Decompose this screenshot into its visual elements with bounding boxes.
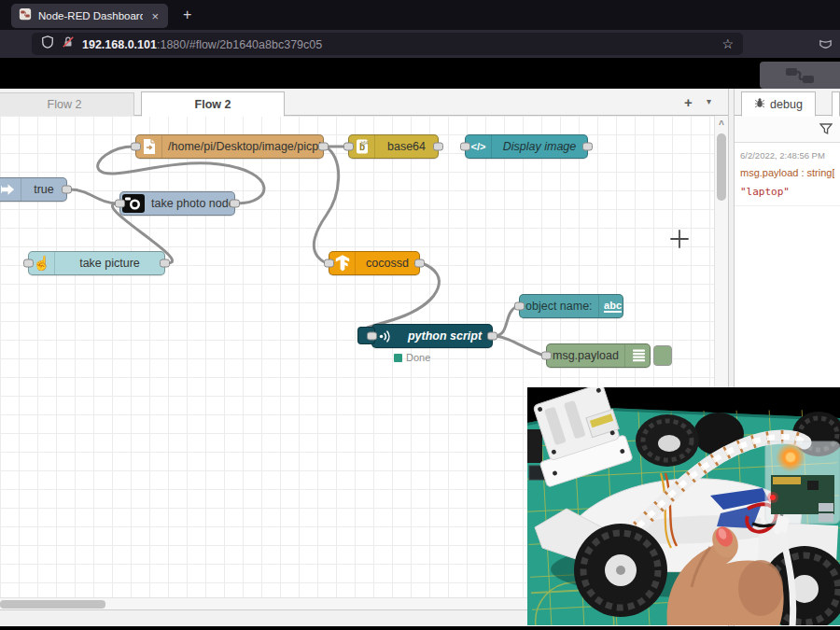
tab-debug[interactable]: debug [741, 91, 816, 117]
node-object-name[interactable]: object name: abc [519, 294, 623, 318]
vertical-scroll-thumb[interactable] [717, 133, 726, 201]
browser-tab-title: Node-RED Dashboard [38, 10, 143, 21]
flow-list-dropdown-icon[interactable]: ▾ [707, 96, 711, 106]
wire[interactable] [495, 336, 544, 356]
sidebar-tab-bar: debug [735, 89, 840, 116]
browser-toolbar: 192.168.0.101:1880/#flow/2b1640a8bc379c0… [0, 30, 840, 58]
input-port[interactable] [131, 143, 141, 151]
flow-tab-inactive[interactable]: Flow 2 [0, 92, 134, 116]
debug-filter-bar [735, 116, 840, 143]
input-port[interactable] [324, 259, 334, 268]
horizontal-scroll-thumb[interactable] [0, 600, 105, 609]
extension-icon[interactable] [819, 37, 833, 55]
output-port[interactable] [433, 143, 443, 151]
debug-timestamp: 6/2/2022, 2:48:56 PM [740, 150, 825, 161]
svg-text:b64: b64 [360, 141, 368, 146]
debug-value[interactable]: "laptop" [740, 186, 834, 198]
wire[interactable] [70, 189, 118, 203]
tab-close-icon[interactable]: × [149, 9, 161, 23]
filter-icon[interactable] [819, 122, 833, 139]
video-overlay [527, 387, 840, 625]
node-file-in[interactable]: /home/pi/Desktop/image/picpic [135, 134, 324, 159]
node-label: python script [398, 329, 492, 343]
insecure-lock-icon[interactable] [62, 35, 75, 52]
debug-toggle-button[interactable] [653, 345, 672, 366]
url-bar[interactable]: 192.168.0.101:1880/#flow/2b1640a8bc379c0… [32, 33, 743, 55]
nodered-logo [760, 62, 840, 89]
input-port[interactable] [23, 259, 34, 268]
url-path: :1880/#flow/2b1640a8bc379c05 [157, 38, 322, 51]
wire[interactable] [314, 147, 338, 263]
debug-message: 6/2/2022, 2:48:56 PM nod msg.payload : s… [735, 143, 840, 206]
output-port[interactable] [487, 332, 497, 341]
output-port[interactable] [414, 259, 425, 268]
motor [527, 429, 542, 463]
tab-debug-label: debug [770, 98, 803, 111]
node-label: Display image [492, 140, 587, 153]
output-port[interactable] [318, 143, 329, 151]
status-dot [394, 354, 402, 362]
node-label: cocossd [356, 257, 419, 270]
add-flow-button[interactable]: + [684, 94, 693, 110]
output-port[interactable] [230, 200, 240, 208]
wire[interactable] [495, 306, 517, 336]
browser-tab[interactable]: Node-RED Dashboard × [11, 4, 168, 28]
status-text: Done [406, 352, 430, 363]
raspberry-pi-case [765, 441, 840, 524]
bookmark-star-icon[interactable]: ☆ [721, 36, 734, 51]
node-python-script[interactable]: python script [371, 324, 493, 348]
node-cocossd[interactable]: cocossd [329, 251, 420, 275]
input-port[interactable] [514, 302, 525, 311]
nodered-favicon [19, 7, 32, 24]
browser-window: Node-RED Dashboard × + 192.168.0.101:188… [0, 0, 840, 630]
input-port[interactable] [115, 200, 125, 208]
browser-tab-strip: Node-RED Dashboard × + [0, 0, 840, 30]
nodered-header [0, 58, 840, 89]
flow-tab-bar: Flow 2 Flow 2 + ▾ [0, 89, 731, 116]
node-label: msg.payload [547, 349, 624, 362]
node-take-photo[interactable]: take photo node [119, 191, 235, 216]
crosshair-cursor [671, 231, 688, 247]
tab-next-partial[interactable] [832, 91, 840, 117]
node-inject-true[interactable]: true [0, 177, 67, 202]
list-icon [624, 344, 653, 367]
node-label: object name: [520, 300, 598, 313]
bug-icon [754, 97, 765, 111]
input-port[interactable] [460, 143, 470, 151]
output-port[interactable] [62, 186, 72, 194]
scroll-up-arrow[interactable]: ^ [715, 116, 728, 130]
node-debug[interactable]: msg.payload [546, 343, 651, 368]
input-port[interactable] [367, 332, 377, 341]
node-status: Done [394, 352, 430, 363]
node-label: take photo node [146, 197, 241, 210]
abc-icon: abc [598, 295, 627, 317]
tracking-shield-icon[interactable] [41, 35, 54, 52]
input-port[interactable] [541, 352, 552, 360]
debug-property[interactable]: msg.payload : string[6] [740, 167, 834, 178]
output-port[interactable] [160, 259, 170, 268]
window-bottom-edge [0, 626, 840, 630]
node-take-picture[interactable]: ☝ take picture [28, 251, 165, 275]
url-host: 192.168.0.101 [82, 38, 157, 51]
inject-arrow-icon [0, 178, 21, 201]
flow-tab-active[interactable]: Flow 2 [141, 91, 285, 117]
node-label: take picture [55, 257, 164, 270]
node-label: true [21, 183, 66, 196]
output-port[interactable] [582, 143, 593, 151]
node-display-image[interactable]: </> Display image [465, 134, 588, 159]
new-tab-button[interactable]: + [183, 7, 191, 22]
node-base64[interactable]: bb64 base64 [348, 134, 439, 159]
node-label: /home/pi/Desktop/image/picpic [162, 140, 332, 153]
input-port[interactable] [343, 143, 354, 151]
node-label: base64 [375, 140, 438, 153]
